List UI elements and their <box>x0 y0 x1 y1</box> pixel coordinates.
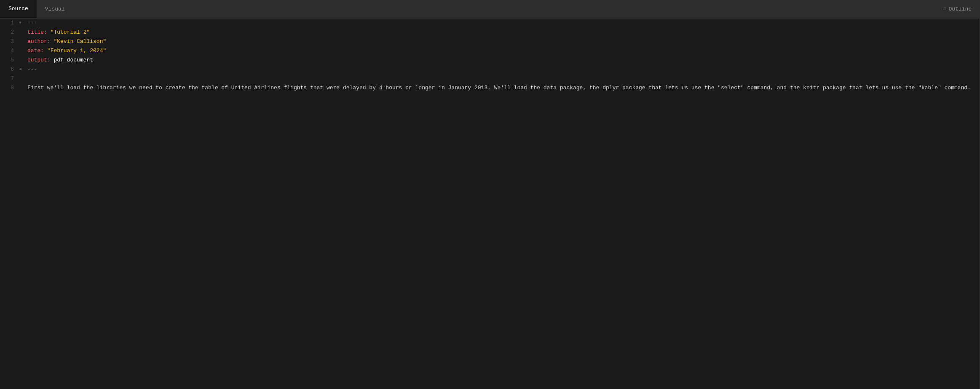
line-1: 1 ▼ --- <box>0 19 980 28</box>
line-2: 2 title: "Tutorial 2" <box>0 28 980 37</box>
fold-arrow-6[interactable]: ◀ <box>19 65 26 74</box>
tab-bar: Source Visual ≡ Outline <box>0 0 980 19</box>
line-5: 5 output: pdf_document <box>0 56 980 65</box>
line-content-1[interactable]: --- <box>26 19 980 28</box>
tab-visual-label: Visual <box>45 6 65 12</box>
outline-label: Outline <box>948 6 972 12</box>
line-content-8[interactable]: First we'll load the libraries we need t… <box>26 83 980 93</box>
line-num-2: 2 <box>0 28 19 37</box>
line-content-2[interactable]: title: "Tutorial 2" <box>26 28 980 37</box>
line-content-7[interactable] <box>26 74 980 83</box>
tab-source[interactable]: Source <box>0 0 37 18</box>
line-7: 7 <box>0 74 980 83</box>
line-content-6[interactable]: --- <box>26 65 980 74</box>
line-6: 6 ◀ --- <box>0 65 980 74</box>
tab-visual[interactable]: Visual <box>37 0 73 18</box>
line-num-8: 8 <box>0 83 19 93</box>
line-num-6: 6 <box>0 65 19 74</box>
line-content-5[interactable]: output: pdf_document <box>26 56 980 65</box>
editor-area: 1 ▼ --- 2 title: "Tutorial 2" 3 author: … <box>0 19 980 389</box>
line-content-4[interactable]: date: "February 1, 2024" <box>26 46 980 56</box>
outline-button[interactable]: ≡ Outline <box>934 0 980 18</box>
outline-icon: ≡ <box>943 6 946 13</box>
line-8: 8 First we'll load the libraries we need… <box>0 83 980 93</box>
line-content-3[interactable]: author: "Kevin Callison" <box>26 37 980 46</box>
line-num-4: 4 <box>0 46 19 56</box>
fold-arrow-1[interactable]: ▼ <box>19 19 26 28</box>
line-4: 4 date: "February 1, 2024" <box>0 46 980 56</box>
tab-source-label: Source <box>8 5 28 12</box>
line-num-1: 1 <box>0 19 19 28</box>
line-num-3: 3 <box>0 37 19 46</box>
editor-pane[interactable]: 1 ▼ --- 2 title: "Tutorial 2" 3 author: … <box>0 19 980 389</box>
line-num-5: 5 <box>0 56 19 65</box>
line-3: 3 author: "Kevin Callison" <box>0 37 980 46</box>
line-num-7: 7 <box>0 74 19 83</box>
